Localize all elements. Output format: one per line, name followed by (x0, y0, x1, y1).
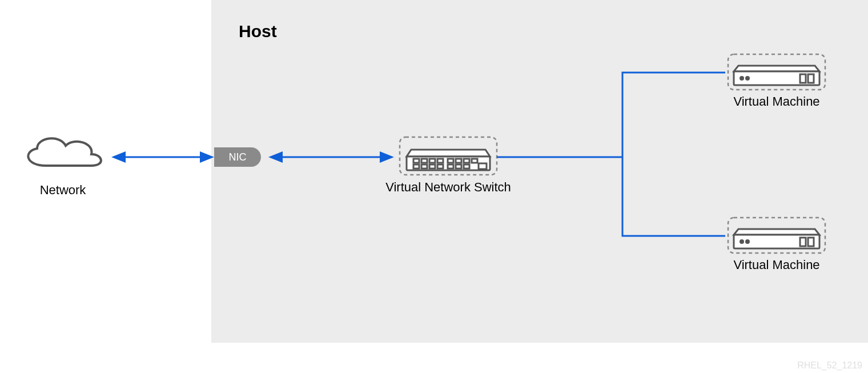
svg-point-20 (741, 77, 744, 80)
vm1-label: Virtual Machine (733, 94, 819, 109)
nic-node: NIC (214, 147, 261, 167)
switch-icon (407, 150, 490, 170)
svg-point-21 (746, 77, 749, 80)
network-cloud-icon (28, 138, 101, 166)
switch-label: Virtual Network Switch (385, 180, 511, 194)
svg-point-27 (746, 240, 749, 243)
network-label: Network (40, 183, 87, 197)
vm2-icon (734, 229, 819, 248)
footer-id: RHEL_52_1219 (797, 360, 862, 371)
host-label: Host (239, 22, 277, 41)
svg-point-26 (741, 240, 744, 243)
vm1-icon (734, 66, 819, 85)
nic-label: NIC (229, 151, 247, 163)
virtual-network-diagram: Host Network NIC (0, 0, 868, 373)
vm2-label: Virtual Machine (733, 258, 819, 272)
arrow-left-1 (111, 151, 126, 163)
host-region (211, 0, 868, 343)
